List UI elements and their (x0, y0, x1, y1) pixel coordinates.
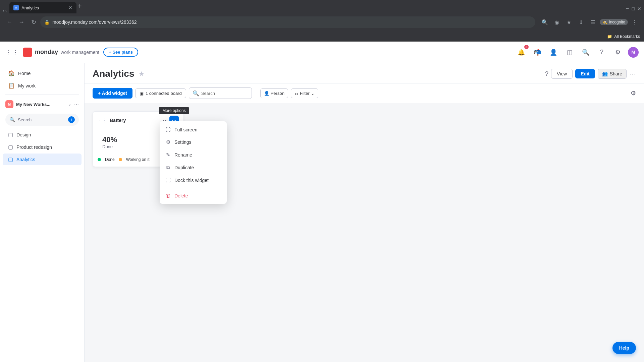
person-icon: 👤 (264, 91, 269, 96)
view-button[interactable]: View (551, 69, 573, 79)
address-bar[interactable]: 🔒 moodjoy.monday.com/overviews/263362 (40, 16, 535, 28)
sidebar-add-button[interactable]: + (68, 116, 75, 123)
sidebar-search-box[interactable]: 🔍 Search + (5, 114, 79, 126)
notification-count: 3 (524, 45, 529, 49)
sidebar: 🏠 Home 📋 My work M My New Works... ⌄ ⋯ 🔍… (0, 63, 85, 362)
download-button[interactable]: ⇓ (576, 17, 586, 27)
search-header-button[interactable]: 🔍 (580, 46, 592, 58)
context-menu: ⛶ Full screen ⚙ Settings ✎ Rename (160, 121, 227, 204)
context-menu-settings[interactable]: ⚙ Settings (160, 136, 227, 148)
forward-button[interactable]: → (16, 17, 27, 27)
toolbar-search-wrap[interactable]: 🔍 (189, 87, 252, 99)
done-legend-dot (98, 158, 101, 161)
delete-icon: 🗑 (165, 193, 171, 198)
avatar[interactable]: M (628, 47, 639, 58)
battery-chart (98, 130, 98, 154)
workspace-avatar: M (5, 100, 13, 108)
maximize-button[interactable]: □ (632, 6, 635, 11)
profile-button[interactable]: 👤 (547, 46, 559, 58)
widget-wrapper: ⋮⋮ Battery ⚏ ⋯ More options (93, 111, 184, 167)
filter-button[interactable]: ⚏ Filter ⌄ (291, 88, 318, 98)
context-menu-delete[interactable]: 🗑 Delete (160, 189, 227, 202)
canvas: ⋮⋮ Battery ⚏ ⋯ More options (85, 103, 644, 362)
settings-icon: ⚙ (165, 139, 171, 145)
monday-logo-sub: work management (61, 50, 99, 55)
all-bookmarks-label[interactable]: All Bookmarks (614, 34, 640, 39)
back-button[interactable]: ← (4, 17, 15, 27)
add-widget-button[interactable]: + Add widget (93, 88, 132, 99)
page-help-icon[interactable]: ? (545, 70, 548, 77)
lock-icon: 🔒 (44, 20, 50, 25)
share-icon: 👥 (602, 71, 608, 76)
toolbar-search-input[interactable] (201, 91, 248, 96)
workspace-chevron-icon: ⌄ (68, 102, 71, 107)
sidebar-item-product-redesign[interactable]: ▢ Product redesign (3, 141, 82, 153)
sidebar-item-analytics[interactable]: ▢ Analytics (3, 154, 82, 165)
context-menu-separator (160, 188, 227, 188)
search-nav-button[interactable]: 🔍 (539, 17, 550, 27)
board-icon: ▣ (140, 91, 144, 96)
page-more-options-button[interactable]: ⋯ (629, 70, 636, 78)
workspace-header[interactable]: M My New Works... ⌄ ⋯ (0, 98, 84, 111)
inbox-button[interactable]: 📬 (531, 46, 543, 58)
favorite-star-icon[interactable]: ★ (139, 70, 145, 78)
sidebar-item-design[interactable]: ▢ Design (3, 129, 82, 140)
design-icon: ▢ (8, 131, 13, 138)
duplicate-icon: ⧉ (165, 165, 171, 171)
help-header-button[interactable]: ? (596, 46, 608, 58)
context-menu-dock-widget[interactable]: ⛶ Dock this widget (160, 174, 227, 186)
battery-percentage: 40% (102, 135, 117, 144)
context-menu-duplicate[interactable]: ⧉ Duplicate (160, 161, 227, 174)
filter-chevron-icon: ⌄ (311, 91, 315, 96)
tab-favicon: m (13, 5, 19, 10)
apps-button[interactable]: ◫ (564, 46, 576, 58)
filter-icon: ⚏ (294, 91, 299, 96)
monday-logo-text: monday (35, 49, 58, 56)
settings-header-button[interactable]: ⚙ (612, 46, 624, 58)
see-plans-button[interactable]: + See plans (103, 48, 138, 57)
edit-button[interactable]: Edit (575, 69, 595, 78)
notifications-button[interactable]: 🔔 3 (515, 46, 527, 58)
sidebar-item-my-work[interactable]: 📋 My work (3, 80, 82, 92)
workspace-more-icon[interactable]: ⋯ (74, 102, 79, 107)
dock-widget-icon: ⛶ (165, 177, 171, 183)
more-options-tooltip: More options (159, 107, 189, 114)
new-tab-button[interactable]: + (78, 2, 82, 10)
battery-stat: 40% Done (102, 135, 117, 149)
working-legend-label: Working on it (126, 157, 150, 162)
tab-close-btn[interactable]: ✕ (68, 5, 72, 10)
browser-tab[interactable]: m Analytics ✕ (9, 2, 76, 13)
share-button[interactable]: 👥 Share (598, 69, 627, 79)
working-legend-dot (119, 158, 122, 161)
sidebar-divider (5, 95, 79, 95)
toolbar-search-icon: 🔍 (193, 90, 199, 97)
tab-back-chevron[interactable]: ‹ (3, 9, 4, 13)
sidebar-toggle-button[interactable]: ☰ (588, 17, 598, 27)
widget-drag-handle[interactable]: ⋮⋮ (98, 118, 107, 123)
lens-button[interactable]: ◉ (551, 17, 562, 27)
sidebar-item-home[interactable]: 🏠 Home (3, 67, 82, 79)
rename-icon: ✎ (165, 152, 171, 158)
context-menu-fullscreen[interactable]: ⛶ Full screen (160, 123, 227, 136)
connected-board-button[interactable]: ▣ 1 connected board (135, 88, 186, 98)
context-menu-rename[interactable]: ✎ Rename (160, 148, 227, 161)
incognito-badge: 🕵 Incognito (600, 19, 628, 25)
minimize-button[interactable]: − (626, 5, 629, 12)
refresh-button[interactable]: ↻ (28, 17, 39, 27)
product-redesign-icon: ▢ (8, 144, 13, 150)
toolbar-settings-icon[interactable]: ⚙ (631, 89, 636, 97)
sidebar-search-text: Search (18, 117, 65, 122)
bookmark-star-button[interactable]: ★ (564, 17, 574, 27)
app-header: ⋮⋮ monday work management + See plans 🔔 … (0, 42, 644, 63)
more-chrome-button[interactable]: ⋮ (629, 17, 640, 27)
person-filter-button[interactable]: 👤 Person (260, 88, 288, 98)
widget-title: Battery (110, 118, 160, 123)
sidebar-my-work-label: My work (18, 83, 36, 88)
help-button[interactable]: Help (612, 342, 636, 354)
tab-forward-chevron[interactable]: › (5, 9, 7, 13)
close-window-button[interactable]: ✕ (637, 6, 641, 11)
sidebar-analytics-label: Analytics (16, 157, 35, 162)
workspace-name: My New Works... (16, 102, 65, 107)
toolbar-separator (256, 89, 256, 97)
apps-grid-icon[interactable]: ⋮⋮ (5, 48, 19, 56)
